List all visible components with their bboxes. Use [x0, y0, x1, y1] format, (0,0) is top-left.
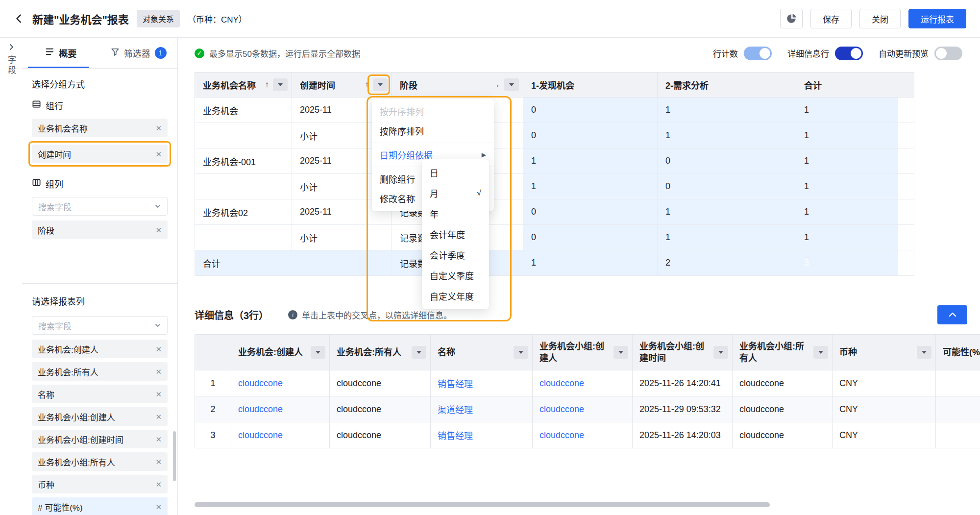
remove-icon[interactable]: ✕	[155, 345, 162, 353]
pivot-cell-name	[195, 123, 292, 148]
menu-item-day[interactable]: 日	[422, 162, 489, 183]
column-menu-button[interactable]	[504, 78, 519, 91]
pivot-cell-value[interactable]: 0	[523, 225, 658, 250]
report-column-chip[interactable]: 业务机会小组:创建人 ✕	[32, 407, 168, 426]
collapse-detail-button[interactable]	[937, 305, 967, 324]
tab-summary[interactable]: 概要	[22, 38, 100, 68]
main-area: ✓ 最多显示50条数据，运行后显示全部数据 行计数 详细信息行 自动更新预览	[178, 38, 980, 515]
pivot-cell-value[interactable]: 1	[523, 148, 658, 174]
row-count-toggle[interactable]	[744, 47, 772, 60]
horizontal-scrollbar[interactable]	[195, 502, 770, 507]
remove-icon[interactable]: ✕	[155, 436, 162, 443]
pivot-cell-total[interactable]: 1	[796, 225, 898, 250]
column-menu-button[interactable]	[813, 346, 828, 359]
report-column-chip[interactable]: 业务机会小组:所有人 ✕	[32, 452, 168, 471]
record-link[interactable]: cloudccone	[238, 430, 283, 440]
sidebar-scrollbar[interactable]	[173, 431, 176, 481]
col-group-header: 组列	[32, 177, 168, 190]
remove-icon[interactable]: ✕	[155, 481, 162, 488]
pivot-cell-total-selected[interactable]: 3	[796, 250, 898, 276]
column-search-input[interactable]: 搜索字段	[32, 316, 168, 335]
run-report-button[interactable]: 运行报表	[908, 9, 966, 28]
column-menu-button[interactable]	[311, 346, 325, 359]
column-menu-button[interactable]	[917, 346, 931, 359]
report-column-chip[interactable]: 业务机会:创建人 ✕	[32, 340, 168, 358]
column-menu-button[interactable]	[273, 78, 288, 91]
record-link[interactable]: cloudccone	[539, 378, 584, 388]
data-limit-text: 最多显示50条数据，运行后显示全部数据	[209, 47, 360, 59]
funnel-icon	[111, 48, 120, 59]
remove-icon[interactable]: ✕	[155, 226, 162, 234]
record-link[interactable]: cloudccone	[539, 430, 584, 440]
field-search-input[interactable]: 搜索字段	[32, 197, 168, 216]
pivot-cell-value[interactable]: 1	[523, 174, 658, 199]
pivot-cell-total[interactable]: 1	[796, 174, 898, 199]
menu-item-custom-year[interactable]: 自定义年度	[422, 286, 489, 306]
pivot-cell-total[interactable]: 1	[796, 123, 898, 148]
column-label: 业务机会小组:创建人	[539, 341, 606, 364]
record-link[interactable]: 渠道经理	[438, 405, 473, 415]
remove-icon[interactable]: ✕	[155, 368, 162, 375]
pivot-cell-value[interactable]: 0	[658, 148, 796, 174]
pivot-cell-name	[195, 174, 292, 199]
pivot-cell-value[interactable]: 1	[658, 199, 796, 225]
column-menu-button-created-time[interactable]	[373, 78, 388, 91]
pivot-cell-value[interactable]: 1	[523, 250, 658, 276]
menu-item-sort-desc[interactable]: 按降序排列	[372, 121, 494, 141]
pivot-cell-value[interactable]: 1	[658, 98, 796, 123]
report-column-chip[interactable]: 币种 ✕	[32, 475, 168, 493]
pivot-cell-value[interactable]: 0	[658, 174, 796, 199]
row-number: 3	[195, 422, 231, 448]
report-column-chip[interactable]: 名称 ✕	[32, 385, 168, 403]
pivot-cell-value[interactable]: 0	[523, 98, 658, 123]
menu-item-year[interactable]: 年	[422, 203, 489, 224]
pivot-cell-value[interactable]: 2	[658, 250, 796, 276]
record-link[interactable]: 销售经理	[438, 379, 473, 389]
tab-filter[interactable]: 筛选器 1	[100, 38, 178, 68]
pivot-cell-value[interactable]: 1	[658, 123, 796, 148]
col-group-chip[interactable]: 阶段 ✕	[32, 221, 168, 239]
record-link[interactable]: 销售经理	[438, 431, 473, 441]
menu-item-label: 按降序排列	[380, 124, 424, 137]
close-button[interactable]: 关闭	[859, 9, 901, 28]
auto-refresh-toggle[interactable]	[934, 47, 962, 60]
pivot-cell-total[interactable]: 1	[796, 148, 898, 174]
menu-item-custom-quarter[interactable]: 自定义季度	[422, 265, 489, 286]
menu-item-fiscal-quarter[interactable]: 会计季度	[422, 245, 489, 265]
pivot-cell-total[interactable]: 1	[796, 98, 898, 123]
column-menu-button[interactable]	[613, 346, 628, 359]
column-menu-button[interactable]	[412, 346, 426, 359]
cell-text: 2025-11-29 09:53:32	[633, 396, 733, 422]
remove-icon[interactable]: ✕	[155, 391, 162, 398]
menu-item-fiscal-year[interactable]: 会计年度	[422, 224, 489, 245]
save-button[interactable]: 保存	[810, 9, 852, 28]
remove-icon[interactable]: ✕	[155, 503, 162, 511]
menu-item-month[interactable]: 月 √	[422, 183, 489, 203]
check-icon: √	[477, 189, 481, 197]
remove-icon[interactable]: ✕	[155, 150, 162, 158]
report-column-chip[interactable]: # 可能性(%) ✕	[32, 497, 168, 515]
pivot-cell-value[interactable]: 0	[523, 123, 658, 148]
remove-icon[interactable]: ✕	[155, 458, 162, 466]
record-link[interactable]: cloudccone	[238, 404, 283, 414]
remove-icon[interactable]: ✕	[155, 413, 162, 420]
detail-rows-toggle[interactable]	[835, 47, 863, 60]
back-button[interactable]	[14, 13, 24, 24]
record-link[interactable]: cloudccone	[238, 378, 283, 388]
page-title: 新建"业务机会"报表	[32, 11, 129, 26]
report-column-chip[interactable]: 业务机会小组:创建时间 ✕	[32, 430, 168, 448]
pivot-cell-value[interactable]: 0	[523, 199, 658, 225]
column-menu-button[interactable]	[713, 346, 728, 359]
report-column-chip[interactable]: 业务机会:所有人 ✕	[32, 362, 168, 381]
pivot-cell-total[interactable]: 1	[796, 199, 898, 225]
remove-icon[interactable]: ✕	[155, 124, 162, 132]
fields-panel-handle[interactable]: 字段	[0, 38, 22, 515]
row-count-label: 行计数	[713, 47, 738, 59]
record-link[interactable]: cloudccone	[539, 404, 584, 414]
chip-label: # 可能性(%)	[38, 501, 83, 513]
column-menu-button[interactable]	[514, 346, 528, 359]
chart-type-button[interactable]	[780, 9, 803, 28]
pivot-cell-value[interactable]: 1	[658, 225, 796, 250]
row-group-chip[interactable]: 业务机会名称 ✕	[32, 119, 168, 137]
row-group-chip[interactable]: 创建时间 ✕	[32, 145, 168, 163]
